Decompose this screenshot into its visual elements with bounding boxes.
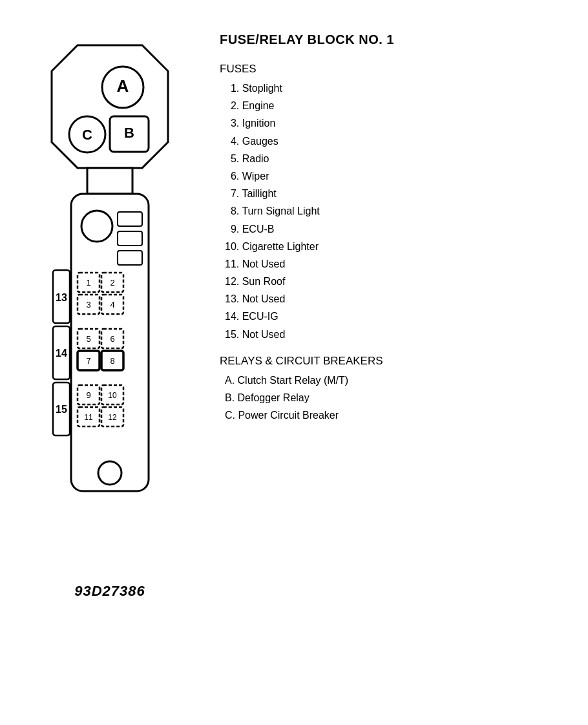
svg-text:14: 14 bbox=[56, 348, 67, 359]
svg-point-43 bbox=[98, 461, 121, 485]
fuse-7: 7. Taillight bbox=[225, 185, 569, 202]
svg-text:9: 9 bbox=[86, 390, 90, 400]
svg-point-9 bbox=[81, 211, 112, 242]
relay-c: C. Power Circuit Breaker bbox=[225, 406, 569, 424]
svg-rect-7 bbox=[87, 168, 132, 194]
relay-b: B. Defogger Relay bbox=[225, 389, 569, 406]
relays-list: A. Clutch Start Relay (M/T) B. Defogger … bbox=[225, 372, 569, 425]
fuse-12: 12. Sun Roof bbox=[225, 273, 569, 290]
svg-text:2: 2 bbox=[110, 278, 114, 288]
svg-text:A: A bbox=[117, 76, 129, 96]
svg-text:13: 13 bbox=[56, 292, 67, 303]
fuses-list: 1. Stoplight 2. Engine 3. Ignition 4. Ga… bbox=[225, 79, 569, 343]
left-panel: A C B 13 1 2 3 bbox=[19, 26, 200, 600]
fuse-14: 14. ECU-IG bbox=[225, 308, 569, 325]
svg-text:11: 11 bbox=[84, 413, 93, 422]
svg-text:12: 12 bbox=[108, 413, 117, 422]
svg-text:3: 3 bbox=[86, 300, 90, 310]
fuse-3: 3. Ignition bbox=[225, 114, 569, 132]
svg-text:15: 15 bbox=[56, 404, 67, 415]
svg-text:8: 8 bbox=[110, 356, 114, 366]
fuse-8: 8. Turn Signal Light bbox=[225, 202, 569, 220]
fuse-15: 15. Not Used bbox=[225, 326, 569, 343]
fuse-1: 1. Stoplight bbox=[225, 79, 569, 97]
fuse-10: 10. Cigarette Lighter bbox=[225, 238, 569, 255]
svg-rect-10 bbox=[118, 212, 142, 226]
svg-text:10: 10 bbox=[108, 391, 117, 400]
fuse-block-diagram: A C B 13 1 2 3 bbox=[39, 39, 181, 571]
svg-text:C: C bbox=[82, 127, 92, 143]
svg-text:5: 5 bbox=[86, 334, 90, 344]
fuse-11: 11. Not Used bbox=[225, 255, 569, 273]
fuse-9: 9. ECU-B bbox=[225, 220, 569, 238]
fuse-5: 5. Radio bbox=[225, 150, 569, 167]
fuse-13: 13. Not Used bbox=[225, 290, 569, 308]
svg-rect-12 bbox=[118, 251, 142, 265]
svg-text:B: B bbox=[124, 125, 134, 141]
svg-rect-11 bbox=[118, 231, 142, 246]
svg-text:1: 1 bbox=[86, 278, 90, 288]
fuse-4: 4. Gauges bbox=[225, 132, 569, 150]
diagram-label: 93D27386 bbox=[74, 583, 145, 600]
fuse-2: 2. Engine bbox=[225, 97, 569, 114]
relays-header: RELAYS & CIRCUIT BREAKERS bbox=[220, 355, 569, 368]
svg-text:6: 6 bbox=[110, 334, 114, 344]
fuses-header: FUSES bbox=[220, 63, 569, 76]
block-title: FUSE/RELAY BLOCK NO. 1 bbox=[220, 32, 569, 47]
svg-text:7: 7 bbox=[86, 356, 90, 366]
right-panel: FUSE/RELAY BLOCK NO. 1 FUSES 1. Stopligh… bbox=[200, 26, 569, 424]
relay-a: A. Clutch Start Relay (M/T) bbox=[225, 372, 569, 389]
svg-text:4: 4 bbox=[110, 300, 114, 310]
fuse-6: 6. Wiper bbox=[225, 167, 569, 185]
